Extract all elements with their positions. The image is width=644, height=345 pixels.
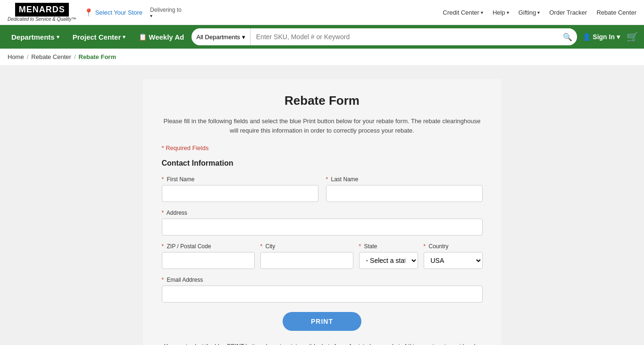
last-name-label: * Last Name bbox=[326, 176, 483, 183]
search-button[interactable]: 🔍 bbox=[558, 28, 577, 45]
delivering-to-label: Delivering to bbox=[150, 7, 182, 13]
logo[interactable]: MENARDS Dedicated to Service & Quality™ bbox=[8, 3, 76, 22]
location-icon: 📍 bbox=[84, 8, 93, 17]
user-icon: 👤 bbox=[583, 33, 591, 41]
contact-section-title: Contact Information bbox=[162, 159, 483, 168]
departments-label: Departments bbox=[11, 33, 55, 41]
departments-nav[interactable]: Departments ▾ bbox=[6, 25, 65, 49]
breadcrumb-separator-2: / bbox=[74, 53, 76, 60]
gifting-chevron: ▾ bbox=[537, 10, 540, 15]
cart-icon[interactable]: 🛒 bbox=[627, 31, 638, 42]
weekly-ad-label: Weekly Ad bbox=[149, 33, 184, 41]
address-label: * Address bbox=[162, 210, 483, 216]
email-group: * Email Address bbox=[162, 277, 483, 303]
search-bar: All Departments ▾ 🔍 bbox=[192, 28, 577, 45]
zip-group: * ZIP / Postal Code bbox=[162, 243, 255, 269]
credit-center-link[interactable]: Credit Center ▾ bbox=[443, 9, 483, 16]
search-category-dropdown[interactable]: All Departments ▾ bbox=[192, 28, 250, 45]
zip-input[interactable] bbox=[162, 252, 255, 269]
sign-in-label: Sign In bbox=[593, 33, 615, 41]
country-group: * Country USA bbox=[424, 243, 483, 269]
search-input[interactable] bbox=[251, 28, 559, 45]
sign-in-button[interactable]: 👤 Sign In ▾ bbox=[579, 33, 624, 41]
top-bar-right: Credit Center ▾ Help ▾ Gifting ▾ Order T… bbox=[443, 9, 636, 16]
store-selector[interactable]: 📍 Select Your Store bbox=[84, 8, 142, 17]
country-select[interactable]: USA bbox=[424, 252, 483, 269]
last-name-group: * Last Name bbox=[326, 176, 483, 202]
breadcrumb-rebate-center[interactable]: Rebate Center bbox=[31, 53, 71, 60]
required-note: * Required Fields bbox=[162, 144, 483, 151]
country-label: * Country bbox=[424, 243, 483, 250]
print-note: You must select the blue PRINT button ab… bbox=[162, 338, 483, 345]
weekly-ad-icon: 📋 bbox=[139, 33, 147, 41]
help-chevron: ▾ bbox=[507, 10, 509, 15]
delivering-to[interactable]: Delivering to ▾ bbox=[150, 7, 182, 18]
address-input[interactable] bbox=[162, 219, 483, 236]
breadcrumb-separator-1: / bbox=[27, 53, 29, 60]
logo-text: MENARDS bbox=[15, 3, 69, 17]
weekly-ad-nav[interactable]: 📋 Weekly Ad bbox=[133, 25, 190, 49]
main-content: Rebate Form Please fill in the following… bbox=[0, 65, 644, 345]
address-row: * Address bbox=[162, 210, 483, 236]
search-category-chevron: ▾ bbox=[242, 34, 245, 41]
breadcrumb-current: Rebate Form bbox=[79, 53, 116, 60]
address-group: * Address bbox=[162, 210, 483, 236]
print-button[interactable]: PRINT bbox=[283, 312, 361, 331]
credit-center-chevron: ▾ bbox=[481, 10, 483, 15]
email-input[interactable] bbox=[162, 286, 483, 303]
nav-bar: Departments ▾ Project Center ▾ 📋 Weekly … bbox=[0, 25, 644, 49]
form-title: Rebate Form bbox=[162, 93, 483, 108]
order-tracker-link[interactable]: Order Tracker bbox=[549, 9, 587, 16]
gifting-link[interactable]: Gifting ▾ bbox=[519, 9, 540, 16]
city-input[interactable] bbox=[260, 252, 353, 269]
first-name-input[interactable] bbox=[162, 185, 318, 202]
logo-tagline: Dedicated to Service & Quality™ bbox=[8, 17, 76, 22]
project-center-label: Project Center bbox=[73, 33, 121, 41]
delivering-chevron: ▾ bbox=[150, 13, 182, 18]
search-icon: 🔍 bbox=[563, 33, 572, 42]
search-category-label: All Departments bbox=[196, 34, 240, 41]
email-label: * Email Address bbox=[162, 277, 483, 283]
last-name-input[interactable] bbox=[326, 185, 483, 202]
top-bar-left: MENARDS Dedicated to Service & Quality™ … bbox=[8, 3, 182, 22]
form-description: Please fill in the following fields and … bbox=[162, 117, 483, 135]
email-row: * Email Address bbox=[162, 277, 483, 303]
form-container: Rebate Form Please fill in the following… bbox=[143, 79, 502, 345]
state-select[interactable]: - Select a state - bbox=[359, 252, 418, 269]
breadcrumb-home[interactable]: Home bbox=[8, 53, 24, 60]
first-name-label: * First Name bbox=[162, 176, 318, 183]
city-group: * City bbox=[260, 243, 353, 269]
state-group: * State - Select a state - bbox=[359, 243, 418, 269]
help-link[interactable]: Help ▾ bbox=[493, 9, 509, 16]
store-selector-label: Select Your Store bbox=[95, 9, 142, 16]
city-label: * City bbox=[260, 243, 353, 250]
name-row: * First Name * Last Name bbox=[162, 176, 483, 202]
nav-right: 👤 Sign In ▾ 🛒 bbox=[579, 31, 638, 42]
sign-in-chevron: ▾ bbox=[617, 33, 620, 41]
rebate-center-link[interactable]: Rebate Center bbox=[596, 9, 636, 16]
project-center-nav[interactable]: Project Center ▾ bbox=[67, 25, 132, 49]
first-name-group: * First Name bbox=[162, 176, 318, 202]
breadcrumb: Home / Rebate Center / Rebate Form bbox=[0, 49, 644, 65]
top-bar: MENARDS Dedicated to Service & Quality™ … bbox=[0, 0, 644, 25]
zip-label: * ZIP / Postal Code bbox=[162, 243, 255, 250]
state-label: * State bbox=[359, 243, 418, 250]
departments-chevron: ▾ bbox=[57, 34, 59, 40]
project-center-chevron: ▾ bbox=[123, 34, 125, 40]
location-row: * ZIP / Postal Code * City * State - Sel bbox=[162, 243, 483, 269]
